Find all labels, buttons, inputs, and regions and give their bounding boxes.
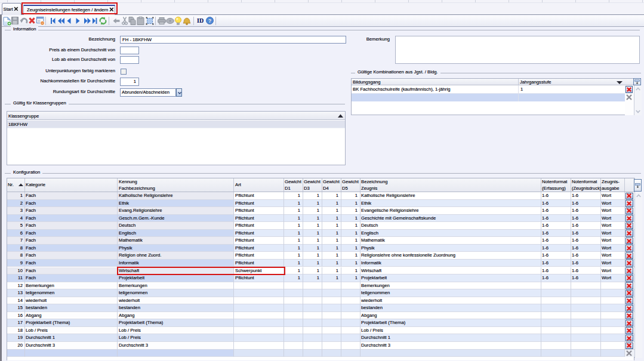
svg-text:?: ? [208,18,212,24]
